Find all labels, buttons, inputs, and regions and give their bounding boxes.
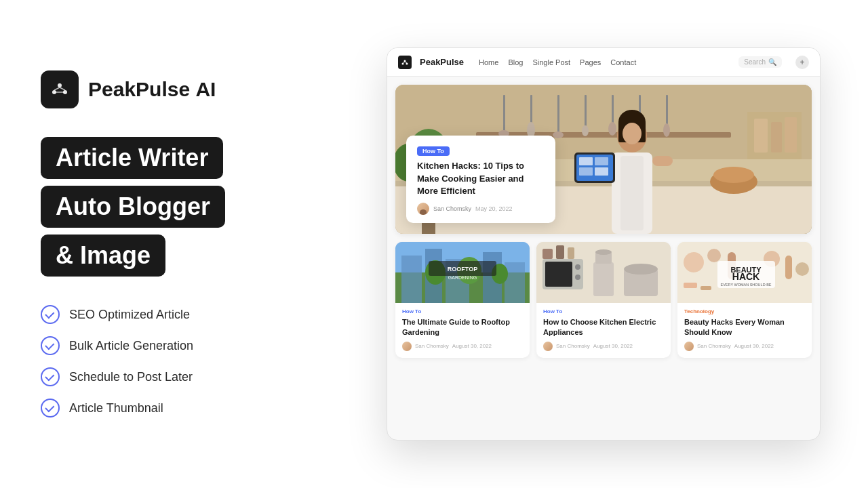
card-category-2: How To: [543, 308, 664, 314]
svg-point-25: [608, 122, 616, 136]
svg-rect-57: [401, 256, 422, 303]
features-list: SEO Optimized Article Bulk Article Gener…: [41, 305, 312, 418]
svg-point-87: [795, 262, 809, 276]
hero-author-row: San Chomsky May 20, 2022: [417, 203, 545, 215]
svg-rect-54: [785, 117, 797, 152]
card-avatar-2: [543, 342, 553, 351]
svg-point-6: [404, 60, 406, 62]
svg-point-82: [684, 252, 704, 272]
svg-rect-89: [701, 286, 711, 290]
svg-rect-80: [568, 247, 574, 259]
card-avatar-3: [684, 342, 694, 351]
svg-line-10: [405, 62, 407, 62]
article-card-3[interactable]: BEAUTY HACK EVERY WOMAN SHOULD BE Techno…: [677, 242, 812, 358]
kitchen-appliances-image: [536, 242, 671, 303]
svg-point-23: [553, 131, 564, 138]
card-date-3: August 30, 2022: [734, 343, 774, 349]
svg-point-72: [575, 274, 580, 280]
svg-rect-88: [684, 283, 697, 288]
svg-point-27: [663, 123, 670, 137]
card-author-2: San Chomsky: [556, 343, 590, 349]
nav-contact[interactable]: Contact: [610, 58, 636, 66]
left-panel: PeakPulse AI Article Writer Auto Blogger…: [0, 37, 353, 451]
card-author-row-2: San Chomsky August 30, 2022: [543, 342, 664, 351]
svg-point-0: [58, 83, 62, 87]
svg-point-77: [624, 264, 658, 274]
svg-rect-53: [771, 122, 782, 152]
svg-rect-86: [785, 256, 792, 279]
svg-rect-14: [503, 95, 505, 132]
nav-single-post[interactable]: Single Post: [532, 58, 570, 66]
card-date-1: August 30, 2022: [452, 343, 492, 349]
svg-rect-79: [556, 245, 564, 259]
article-card-1[interactable]: ROOFTOP GARDENING How To The Ultimate Gu…: [395, 242, 530, 358]
feature-item-4: Article Thumbnail: [41, 399, 312, 418]
svg-point-24: [582, 125, 589, 136]
card-avatar-1: [402, 342, 412, 351]
articles-grid: ROOFTOP GARDENING How To The Ultimate Gu…: [395, 242, 812, 358]
hero-author-avatar: [417, 203, 429, 215]
headline-1: Article Writer: [41, 137, 223, 179]
hero-article-date: May 20, 2022: [475, 205, 513, 212]
headline-2: Auto Blogger: [41, 186, 225, 228]
hero-overlay-card: How To Kitchen Hacks: 10 Tips to Make Co…: [406, 136, 555, 223]
svg-rect-46: [595, 167, 608, 176]
feature-item-2: Bulk Article Generation: [41, 336, 312, 355]
svg-rect-73: [593, 262, 614, 296]
nav-home[interactable]: Home: [479, 58, 498, 66]
nav-blog[interactable]: Blog: [508, 58, 523, 66]
checkmark-icon-1: [41, 305, 60, 324]
svg-rect-61: [505, 262, 525, 303]
browser-search-bar[interactable]: Search 🔍: [738, 56, 782, 68]
card-title-1: The Ultimate Guide to Rooftop Gardening: [402, 317, 523, 338]
svg-point-75: [595, 249, 612, 255]
feature-label-4: Article Thumbnail: [69, 401, 163, 415]
svg-rect-40: [652, 156, 673, 166]
card-title-2: How to Choose Kitchen Electric Appliance…: [543, 317, 664, 338]
browser-site-name: PeakPulse: [420, 57, 464, 67]
svg-rect-16: [557, 95, 559, 134]
hero-category-badge: How To: [417, 146, 450, 156]
svg-rect-52: [754, 119, 768, 152]
hero-article-card[interactable]: How To Kitchen Hacks: 10 Tips to Make Co…: [395, 85, 812, 234]
svg-text:GARDENING: GARDENING: [448, 275, 477, 280]
svg-point-32: [713, 167, 754, 183]
card-body-1: How To The Ultimate Guide to Rooftop Gar…: [395, 303, 530, 358]
nav-pages[interactable]: Pages: [580, 58, 601, 66]
svg-rect-45: [579, 167, 593, 176]
checkmark-icon-4: [41, 399, 60, 418]
feature-label-3: Schedule to Post Later: [69, 370, 193, 384]
feature-item-3: Schedule to Post Later: [41, 367, 312, 386]
svg-point-36: [623, 123, 642, 144]
card-author-row-1: San Chomsky August 30, 2022: [402, 342, 523, 351]
hero-article-title: Kitchen Hacks: 10 Tips to Make Cooking E…: [417, 160, 545, 197]
feature-item-1: SEO Optimized Article: [41, 305, 312, 324]
browser-plus-button[interactable]: +: [795, 56, 809, 69]
browser-site-logo: [398, 56, 412, 69]
svg-text:HACK: HACK: [732, 271, 760, 282]
card-body-3: Technology Beauty Hacks Every Woman Shou…: [677, 303, 812, 358]
app-name: PeakPulse AI: [88, 78, 216, 101]
svg-point-71: [575, 264, 580, 270]
svg-rect-78: [542, 249, 553, 259]
feature-label-1: SEO Optimized Article: [69, 308, 190, 322]
card-author-1: San Chomsky: [415, 343, 449, 349]
article-card-2[interactable]: How To How to Choose Kitchen Electric Ap…: [536, 242, 671, 358]
svg-line-3: [54, 87, 60, 90]
svg-rect-44: [595, 157, 608, 165]
svg-line-4: [60, 87, 65, 90]
browser-search-icon: 🔍: [768, 58, 776, 66]
card-author-3: San Chomsky: [697, 343, 731, 349]
feature-label-2: Bulk Article Generation: [69, 339, 193, 353]
beauty-hack-image: BEAUTY HACK EVERY WOMAN SHOULD BE: [677, 242, 812, 303]
card-author-row-3: San Chomsky August 30, 2022: [684, 342, 805, 351]
svg-point-83: [707, 249, 721, 262]
card-title-3: Beauty Hacks Every Woman Should Know: [684, 317, 805, 338]
checkmark-icon-3: [41, 367, 60, 386]
rooftop-image: ROOFTOP GARDENING: [395, 242, 530, 303]
card-category-3: Technology: [684, 308, 805, 314]
logo-icon: [41, 70, 79, 108]
svg-text:EVERY WOMAN SHOULD BE: EVERY WOMAN SHOULD BE: [721, 283, 772, 287]
svg-rect-70: [545, 262, 572, 287]
logo-row: PeakPulse AI: [41, 70, 312, 108]
